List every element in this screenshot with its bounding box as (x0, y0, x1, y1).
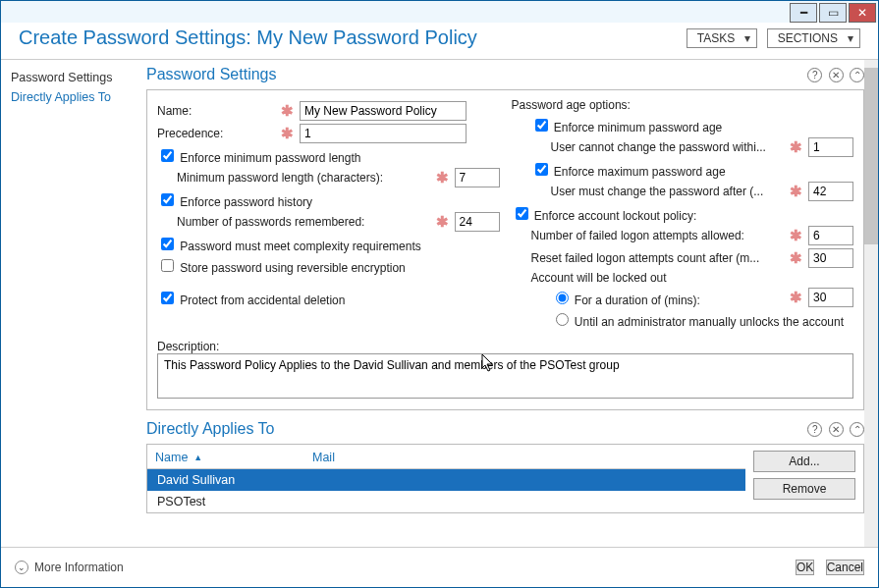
required-icon: ✱ (790, 183, 802, 200)
nav-item-directly-applies[interactable]: Directly Applies To (11, 87, 129, 107)
enforce-lockout-checkbox[interactable]: Enforce account lockout policy: (512, 209, 697, 223)
lockout-duration-input[interactable] (808, 288, 853, 307)
enforce-max-age-label: Enforce maximum password age (554, 165, 726, 179)
protect-label: Protect from accidental deletion (180, 294, 345, 307)
failed-attempts-label: Number of failed logon attempts allowed: (531, 229, 785, 242)
section-head-password-settings: Password Settings ? ✕ ⌃ (142, 66, 868, 85)
required-icon: ✱ (436, 169, 449, 187)
enforce-history-label: Enforce password history (180, 195, 312, 209)
dialog-window: ━ ▭ ✕ Create Password Settings: My New P… (0, 0, 879, 588)
section-title-password-settings: Password Settings (146, 66, 277, 83)
table-header: Name▲ Mail (147, 445, 745, 469)
remove-button[interactable]: Remove (753, 478, 855, 500)
help-icon[interactable]: ? (807, 422, 822, 437)
complexity-label: Password must meet complexity requiremen… (180, 240, 420, 253)
footer: ⌄ More Information OK Cancel (1, 548, 878, 587)
scrollbar[interactable] (864, 60, 878, 547)
enforce-min-age-label: Enforce minimum password age (554, 121, 722, 134)
max-age-label: User must change the password after (... (551, 185, 785, 198)
sections-dropdown[interactable]: SECTIONS (767, 28, 860, 48)
table-row[interactable]: PSOTest (147, 491, 745, 512)
name-label: Name: (157, 104, 275, 118)
collapse-section-icon[interactable]: ⌃ (850, 422, 864, 437)
header-row: Create Password Settings: My New Passwor… (1, 23, 878, 59)
password-settings-panel: Name: ✱ Precedence: ✱ Enforce minimum pa… (146, 89, 864, 410)
lockout-duration-label: For a duration of (mins): (575, 294, 700, 307)
required-icon: ✱ (790, 289, 802, 306)
history-input[interactable] (455, 212, 500, 232)
required-icon: ✱ (790, 249, 802, 267)
chevron-down-icon: ⌄ (15, 561, 28, 574)
enforce-min-age-checkbox[interactable]: Enforce minimum password age (531, 121, 723, 134)
table-row[interactable]: David Sullivan (147, 469, 745, 491)
more-information-button[interactable]: ⌄ More Information (15, 561, 124, 574)
required-icon: ✱ (436, 213, 449, 231)
min-age-label: User cannot change the password withi... (551, 140, 785, 154)
nav-item-password-settings[interactable]: Password Settings (11, 68, 129, 87)
add-button[interactable]: Add... (753, 451, 855, 472)
close-section-icon[interactable]: ✕ (829, 68, 844, 82)
applies-buttons: Add... Remove (745, 445, 863, 512)
nav-sidebar: Password Settings Directly Applies To (1, 60, 138, 547)
required-icon: ✱ (790, 227, 802, 244)
required-icon: ✱ (281, 125, 294, 142)
column-header-mail[interactable]: Mail (312, 451, 335, 464)
lockout-duration-radio[interactable]: For a duration of (mins): (551, 289, 785, 307)
content-area: Password Settings ? ✕ ⌃ Name: ✱ (138, 60, 878, 547)
required-icon: ✱ (790, 138, 802, 156)
section-head-applies: Directly Applies To ? ✕ ⌃ (142, 420, 868, 440)
name-input[interactable] (300, 101, 467, 121)
min-length-input[interactable] (455, 168, 500, 187)
protect-checkbox[interactable]: Protect from accidental deletion (157, 294, 345, 307)
complexity-checkbox[interactable]: Password must meet complexity requiremen… (157, 240, 421, 253)
enforce-max-age-checkbox[interactable]: Enforce maximum password age (531, 165, 726, 179)
lockout-until-label: Until an administrator manually unlocks … (575, 315, 844, 329)
description-label: Description: (157, 340, 853, 353)
close-window-button[interactable]: ✕ (849, 3, 876, 23)
required-icon: ✱ (281, 102, 294, 120)
reset-count-input[interactable] (808, 248, 853, 268)
enforce-min-length-label: Enforce minimum password length (180, 151, 360, 165)
titlebar: ━ ▭ ✕ (1, 1, 878, 23)
min-age-input[interactable] (808, 137, 853, 157)
min-length-label: Minimum password length (characters): (177, 171, 430, 185)
applies-table: Name▲ Mail David Sullivan PSOTest (147, 445, 745, 512)
reversible-checkbox[interactable]: Store password using reversible encrypti… (157, 261, 406, 275)
scrollbar-thumb[interactable] (864, 68, 878, 244)
precedence-label: Precedence: (157, 127, 275, 140)
enforce-history-checkbox[interactable]: Enforce password history (157, 195, 312, 209)
lockout-until-radio[interactable]: Until an administrator manually unlocks … (551, 310, 844, 329)
enforce-min-length-checkbox[interactable]: Enforce minimum password length (157, 151, 360, 165)
precedence-input[interactable] (300, 124, 467, 143)
enforce-lockout-label: Enforce account lockout policy: (534, 209, 696, 223)
close-section-icon[interactable]: ✕ (829, 422, 844, 437)
applies-panel: Name▲ Mail David Sullivan PSOTest Add...… (146, 444, 864, 513)
history-label: Number of passwords remembered: (177, 215, 430, 229)
maximize-button[interactable]: ▭ (819, 3, 847, 23)
body: Password Settings Directly Applies To Pa… (1, 59, 878, 548)
locked-out-label: Account will be locked out (531, 271, 854, 285)
cancel-button[interactable]: Cancel (826, 560, 864, 575)
collapse-section-icon[interactable]: ⌃ (850, 68, 864, 82)
reversible-label: Store password using reversible encrypti… (180, 261, 405, 275)
minimize-button[interactable]: ━ (790, 3, 817, 23)
help-icon[interactable]: ? (807, 68, 822, 82)
page-title: Create Password Settings: My New Passwor… (19, 27, 477, 49)
failed-attempts-input[interactable] (808, 226, 853, 245)
max-age-input[interactable] (808, 182, 853, 201)
ok-button[interactable]: OK (796, 560, 814, 575)
column-header-name[interactable]: Name▲ (155, 451, 312, 464)
more-information-label: More Information (34, 561, 124, 574)
sort-asc-icon: ▲ (193, 453, 202, 462)
header-buttons: TASKS SECTIONS (681, 31, 860, 45)
reset-count-label: Reset failed logon attempts count after … (531, 251, 785, 265)
age-options-label: Password age options: (512, 98, 854, 112)
section-title-applies: Directly Applies To (146, 420, 274, 438)
tasks-dropdown[interactable]: TASKS (687, 28, 757, 48)
description-input[interactable] (157, 353, 853, 399)
